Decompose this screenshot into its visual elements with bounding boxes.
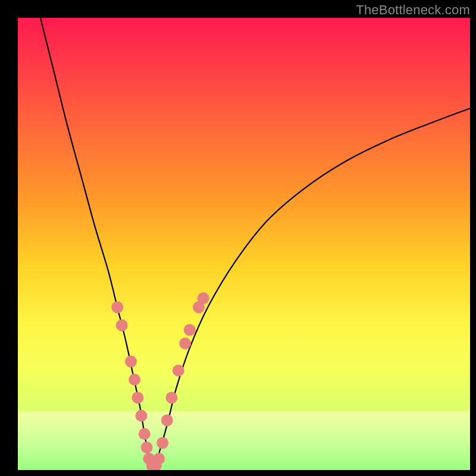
highlight-dot [125,356,137,368]
watermark-text: TheBottleneck.com [356,2,470,18]
highlight-dot [139,428,151,440]
highlight-dot [153,453,165,465]
highlight-dot [116,320,128,331]
plot-svg [18,18,470,470]
highlight-dot [131,392,143,403]
plot-area [18,18,470,470]
highlight-dot [111,301,123,313]
highlight-dot [141,441,153,453]
highlight-dot [173,365,184,377]
bottleneck-curve [40,18,470,470]
highlight-dot [165,392,177,403]
highlight-dot [184,324,196,336]
bottom-band [18,411,470,470]
highlight-dot [161,414,173,426]
highlight-dot [129,374,140,386]
chart-frame: TheBottleneck.com [0,0,476,476]
highlight-dot [179,337,191,349]
highlight-dot [136,410,148,422]
highlight-dot [198,292,209,304]
highlight-dot [156,437,168,449]
